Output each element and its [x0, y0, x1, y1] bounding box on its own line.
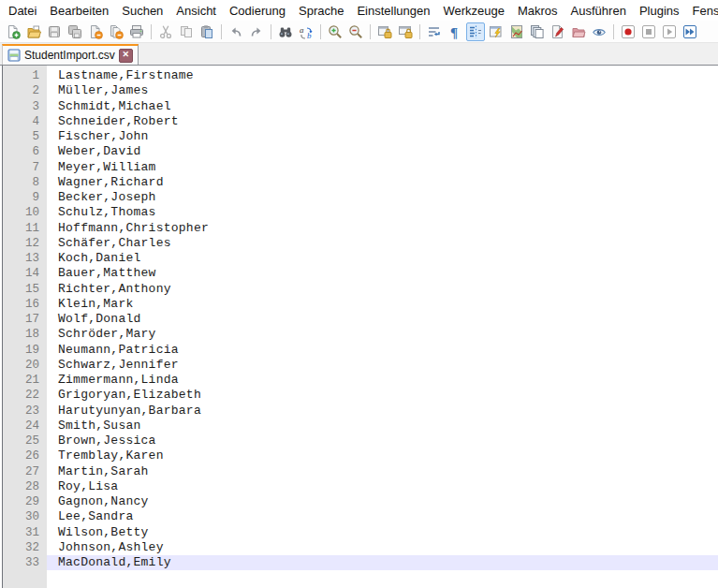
redo-button[interactable] [247, 22, 266, 41]
code-line: Wolf,Donald [47, 312, 718, 327]
code-line: Koch,Daniel [47, 251, 718, 266]
code-line: Roy,Lisa [47, 479, 718, 494]
new-file-button[interactable] [4, 22, 22, 41]
line-number: 31 [3, 525, 39, 540]
macro-run-multiple-icon [682, 24, 697, 39]
code-line: Schulz,Thomas [47, 205, 718, 220]
line-number: 4 [3, 114, 39, 129]
save-all-button[interactable] [66, 22, 84, 41]
code-line: Bauer,Matthew [47, 266, 718, 281]
code-line: Zimmermann,Linda [47, 373, 718, 388]
show-all-characters-icon: ¶ [447, 24, 462, 39]
code-line: Neumann,Patricia [47, 343, 718, 358]
menu-ansicht[interactable]: Ansicht [169, 1, 223, 21]
code-line: Smith,Susan [47, 419, 718, 434]
macro-play-button[interactable] [660, 22, 679, 41]
line-number: 23 [3, 404, 39, 419]
line-number: 9 [3, 190, 39, 205]
find-icon [278, 24, 293, 39]
sync-vertical-scroll-button[interactable] [375, 22, 394, 41]
macro-run-multiple-button[interactable] [681, 22, 699, 41]
menu-suchen[interactable]: Suchen [115, 1, 169, 21]
document-map-button[interactable] [507, 22, 526, 41]
cut-button[interactable] [156, 22, 175, 41]
code-line: Lastname,Firstname [47, 68, 718, 83]
toolbar-separator [613, 24, 614, 39]
code-line: Meyer,William [47, 160, 718, 175]
code-line: Becker,Joseph [47, 190, 718, 205]
code-line: Fischer,John [47, 129, 718, 144]
menu-codierung[interactable]: Codierung [223, 1, 292, 21]
show-all-characters-button[interactable]: ¶ [446, 22, 464, 41]
menu-ausf-hren[interactable]: Ausführen [564, 1, 633, 21]
menu-sprache[interactable]: Sprache [292, 1, 350, 21]
close-button[interactable] [86, 22, 105, 41]
line-number: 32 [3, 540, 39, 555]
menu-plugins[interactable]: Plugins [633, 1, 686, 21]
find-button[interactable] [276, 22, 295, 41]
menu-werkzeuge[interactable]: Werkzeuge [436, 1, 511, 21]
line-number: 6 [3, 144, 39, 159]
code-line: Müller,James [47, 83, 718, 98]
code-line: Harutyunyan,Barbara [47, 404, 718, 419]
paste-button[interactable] [198, 22, 216, 41]
document-map-icon [509, 24, 524, 39]
zoom-out-button[interactable] [346, 22, 365, 41]
zoom-in-button[interactable] [326, 22, 344, 41]
save-button[interactable] [45, 22, 64, 41]
code-line: Richter,Anthony [47, 282, 718, 297]
macro-record-button[interactable] [619, 22, 637, 41]
toolbar-separator [370, 24, 371, 39]
menu-bearbeiten[interactable]: Bearbeiten [43, 1, 115, 21]
undo-button[interactable] [227, 22, 245, 41]
zoom-in-icon [328, 24, 343, 39]
close-all-button[interactable] [107, 22, 125, 41]
code-line: Weber,David [47, 144, 718, 159]
line-number: 27 [3, 464, 39, 479]
copy-button[interactable] [177, 22, 196, 41]
line-number: 29 [3, 494, 39, 509]
line-number: 13 [3, 251, 39, 266]
macro-stop-button[interactable] [639, 22, 658, 41]
menu-einstellungen[interactable]: Einstellungen [350, 1, 436, 21]
word-wrap-icon [427, 24, 442, 39]
line-number: 15 [3, 282, 39, 297]
macro-play-icon [662, 24, 677, 39]
word-wrap-button[interactable] [425, 22, 444, 41]
menu-fenster[interactable]: Fenster [686, 1, 718, 21]
redo-icon [249, 24, 264, 39]
function-list-button[interactable] [487, 22, 506, 41]
print-icon [129, 24, 144, 39]
document-pen-button[interactable] [549, 22, 567, 41]
new-file-icon [6, 24, 21, 39]
open-file-button[interactable] [24, 22, 43, 41]
toolbar-separator [221, 24, 222, 39]
toolbar: ab ¶ [0, 21, 718, 43]
tab-studentimport-csv[interactable]: StudentImport.csv ✕ [2, 44, 139, 65]
text-area[interactable]: Lastname,FirstnameMüller,JamesSchmidt,Mi… [47, 66, 718, 588]
line-number: 21 [3, 373, 39, 388]
print-button[interactable] [127, 22, 146, 41]
menu-makros[interactable]: Makros [511, 1, 564, 21]
line-number: 12 [3, 236, 39, 251]
monitoring-button[interactable] [590, 22, 608, 41]
code-line-current: MacDonald,Emily [47, 555, 718, 570]
replace-button[interactable]: ab [297, 22, 315, 41]
toolbar-separator [151, 24, 152, 39]
cut-icon [158, 24, 173, 39]
svg-text:a: a [300, 25, 304, 35]
sync-vertical-scroll-icon [377, 24, 392, 39]
sync-horizontal-scroll-button[interactable] [396, 22, 415, 41]
line-number: 2 [3, 83, 39, 98]
tab-close-icon[interactable]: ✕ [119, 49, 133, 63]
code-line: Schneider,Robert [47, 114, 718, 129]
line-number: 7 [3, 160, 39, 175]
menu-datei[interactable]: Datei [2, 1, 43, 21]
show-indent-guide-button[interactable] [466, 22, 485, 41]
saved-file-icon [7, 49, 21, 62]
function-list-icon [489, 24, 504, 39]
folder-as-workspace-button[interactable] [569, 22, 588, 41]
document-list-button[interactable] [528, 22, 547, 41]
line-number: 19 [3, 343, 39, 358]
line-number: 33 [3, 555, 39, 570]
